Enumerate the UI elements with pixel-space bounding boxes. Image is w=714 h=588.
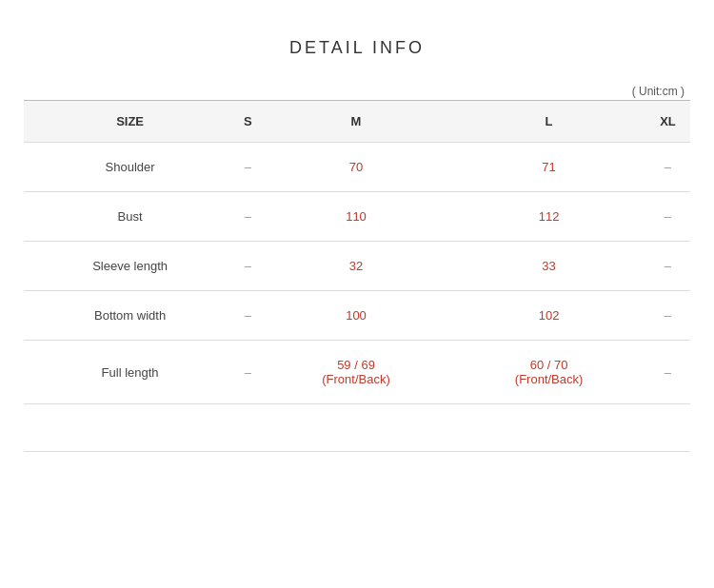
- table-row: Sleeve length–3233–: [24, 242, 690, 291]
- row-label: Full length: [24, 341, 236, 404]
- table-row: Bottom width–100102–: [24, 291, 690, 341]
- row-value: 100: [260, 291, 453, 341]
- row-value: 70: [260, 143, 453, 192]
- col-m: M: [260, 101, 453, 143]
- size-table: SIZE S M L XL Shoulder–7071–Bust–110112–…: [24, 100, 690, 452]
- row-value: –: [236, 192, 260, 242]
- col-xl: XL: [645, 101, 690, 143]
- row-value: –: [645, 242, 690, 291]
- row-value: –: [236, 291, 260, 341]
- row-value: 71: [452, 143, 645, 192]
- table-header-row: SIZE S M L XL: [24, 101, 690, 143]
- row-value: 110: [260, 192, 453, 242]
- col-s: S: [236, 101, 260, 143]
- col-size: SIZE: [24, 101, 236, 143]
- page-title: DETAIL INFO: [289, 38, 425, 58]
- row-value: –: [236, 341, 260, 404]
- row-value: 59 / 69(Front/Back): [260, 341, 453, 404]
- table-row: Shoulder–7071–: [24, 143, 690, 192]
- row-label: Bottom width: [24, 291, 236, 341]
- empty-row: [24, 404, 690, 452]
- unit-label: ( Unit:cm ): [24, 85, 690, 98]
- row-value: –: [645, 291, 690, 341]
- table-row: Full length–59 / 69(Front/Back)60 / 70(F…: [24, 341, 690, 404]
- row-value: 32: [260, 242, 453, 291]
- row-value: 60 / 70(Front/Back): [452, 341, 645, 404]
- row-value: –: [236, 143, 260, 192]
- table-row: Bust–110112–: [24, 192, 690, 242]
- col-l: L: [452, 101, 645, 143]
- row-value: 112: [452, 192, 645, 242]
- row-value: –: [645, 192, 690, 242]
- row-value: –: [645, 341, 690, 404]
- row-value: –: [236, 242, 260, 291]
- row-value: –: [645, 143, 690, 192]
- row-label: Bust: [24, 192, 236, 242]
- row-label: Sleeve length: [24, 242, 236, 291]
- row-value: 102: [452, 291, 645, 341]
- row-value: 33: [452, 242, 645, 291]
- row-label: Shoulder: [24, 143, 236, 192]
